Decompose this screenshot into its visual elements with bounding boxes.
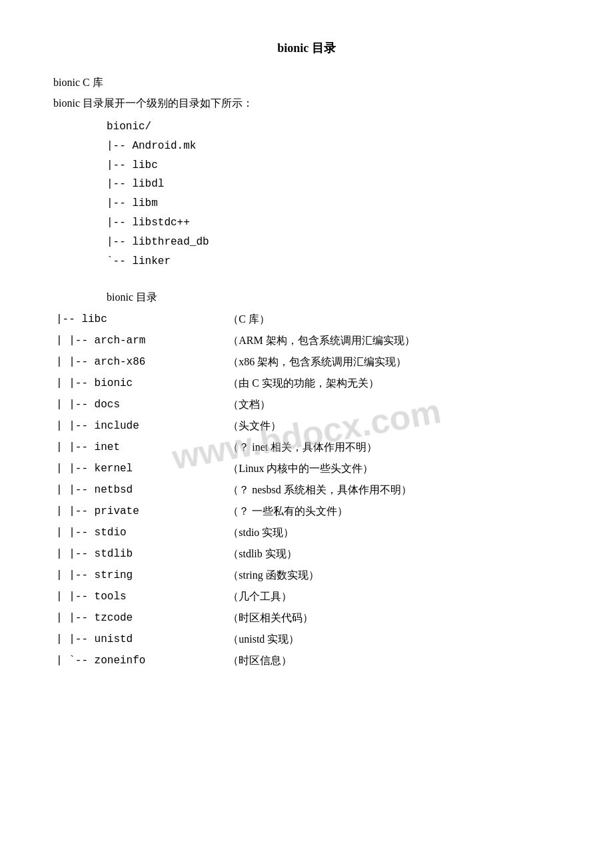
tree-item: |-- libdl	[107, 175, 560, 194]
desc-cell: （string 函数实现）	[215, 565, 560, 586]
page-title: bionic 目录	[53, 40, 560, 56]
tree-item: `-- linker	[107, 252, 560, 271]
desc-cell: （时区信息）	[215, 650, 560, 671]
desc-cell: （？ inet 相关，具体作用不明）	[215, 437, 560, 458]
path-cell: | |-- string	[53, 565, 215, 586]
table-row: |-- libc（C 库）	[53, 309, 560, 330]
table-row: | |-- kernel（Linux 内核中的一些头文件）	[53, 458, 560, 479]
table-row: | |-- docs（文档）	[53, 394, 560, 415]
table-row: | |-- include（头文件）	[53, 415, 560, 437]
path-cell: | |-- inet	[53, 437, 215, 458]
table-row: | |-- bionic（由 C 实现的功能，架构无关）	[53, 373, 560, 394]
simple-tree-items: |-- Android.mk|-- libc|-- libdl|-- libm|…	[107, 137, 560, 271]
bionic-dir-section: bionic 目录 |-- libc（C 库）| |-- arch-arm（AR…	[53, 291, 560, 671]
table-row: | |-- arch-x86（x86 架构，包含系统调用汇编实现）	[53, 351, 560, 373]
desc-cell: （几个工具）	[215, 586, 560, 607]
path-cell: | |-- arch-arm	[53, 330, 215, 351]
path-cell: | |-- unistd	[53, 629, 215, 650]
desc-cell: （头文件）	[215, 415, 560, 437]
desc-cell: （unistd 实现）	[215, 629, 560, 650]
table-row: | |-- netbsd（？ nesbsd 系统相关，具体作用不明）	[53, 479, 560, 501]
tree-item: |-- Android.mk	[107, 137, 560, 156]
table-row: | `-- zoneinfo（时区信息）	[53, 650, 560, 671]
desc-cell: （Linux 内核中的一些头文件）	[215, 458, 560, 479]
tree-item: |-- libm	[107, 194, 560, 213]
intro-line2: bionic 目录展开一个级别的目录如下所示：	[53, 97, 560, 111]
path-cell: | |-- netbsd	[53, 479, 215, 501]
table-row: | |-- tools（几个工具）	[53, 586, 560, 607]
desc-cell: （stdlib 实现）	[215, 543, 560, 565]
path-cell: | |-- private	[53, 501, 215, 522]
tree-root: bionic/	[107, 117, 560, 137]
table-row: | |-- unistd（unistd 实现）	[53, 629, 560, 650]
desc-cell: （由 C 实现的功能，架构无关）	[215, 373, 560, 394]
path-cell: | `-- zoneinfo	[53, 650, 215, 671]
desc-cell: （文档）	[215, 394, 560, 415]
desc-cell: （时区相关代码）	[215, 607, 560, 629]
path-cell: | |-- include	[53, 415, 215, 437]
tree-item: |-- libc	[107, 156, 560, 175]
path-cell: | |-- arch-x86	[53, 351, 215, 373]
desc-cell: （x86 架构，包含系统调用汇编实现）	[215, 351, 560, 373]
desc-cell: （stdio 实现）	[215, 522, 560, 543]
bionic-tree-table: |-- libc（C 库）| |-- arch-arm（ARM 架构，包含系统调…	[53, 309, 560, 671]
tree-item: |-- libstdc++	[107, 213, 560, 233]
desc-cell: （ARM 架构，包含系统调用汇编实现）	[215, 330, 560, 351]
tree-item: |-- libthread_db	[107, 233, 560, 252]
table-row: | |-- arch-arm（ARM 架构，包含系统调用汇编实现）	[53, 330, 560, 351]
path-cell: | |-- kernel	[53, 458, 215, 479]
simple-directory-tree: bionic/ |-- Android.mk|-- libc|-- libdl|…	[107, 117, 560, 271]
desc-cell: （？ 一些私有的头文件）	[215, 501, 560, 522]
table-row: | |-- inet（？ inet 相关，具体作用不明）	[53, 437, 560, 458]
path-cell: | |-- tzcode	[53, 607, 215, 629]
desc-cell: （？ nesbsd 系统相关，具体作用不明）	[215, 479, 560, 501]
intro-line1: bionic C 库	[53, 76, 560, 90]
path-cell: | |-- tools	[53, 586, 215, 607]
table-row: | |-- string（string 函数实现）	[53, 565, 560, 586]
path-cell: | |-- docs	[53, 394, 215, 415]
bionic-dir-label: bionic 目录	[107, 291, 560, 305]
path-cell: | |-- stdio	[53, 522, 215, 543]
table-row: | |-- tzcode（时区相关代码）	[53, 607, 560, 629]
table-row: | |-- stdlib（stdlib 实现）	[53, 543, 560, 565]
table-row: | |-- private（？ 一些私有的头文件）	[53, 501, 560, 522]
path-cell: |-- libc	[53, 309, 215, 330]
desc-cell: （C 库）	[215, 309, 560, 330]
path-cell: | |-- stdlib	[53, 543, 215, 565]
path-cell: | |-- bionic	[53, 373, 215, 394]
table-row: | |-- stdio（stdio 实现）	[53, 522, 560, 543]
